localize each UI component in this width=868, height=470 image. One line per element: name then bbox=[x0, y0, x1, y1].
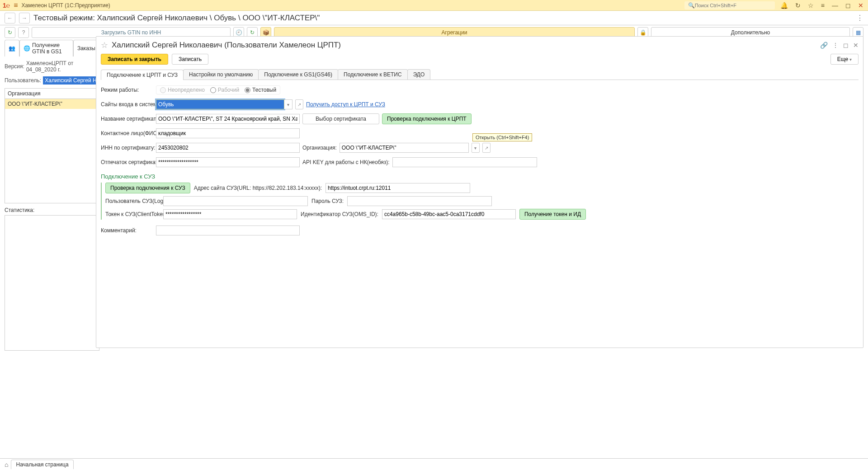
suz-url-label: Адрес сайта СУЗ(URL: https://82.202.183.… bbox=[194, 185, 322, 191]
sites-input[interactable] bbox=[156, 99, 284, 109]
app-title: Хамелеон ЦРПТ (1С:Предприятие) bbox=[22, 2, 110, 9]
star-icon[interactable]: ☆ bbox=[806, 2, 816, 9]
thumb-input[interactable] bbox=[156, 157, 300, 167]
breadcrumb: Тестовый режим: Халипский Сергей Николае… bbox=[33, 14, 320, 23]
sites-dropdown-icon[interactable]: ▾ bbox=[284, 99, 292, 109]
suz-url-input[interactable] bbox=[326, 183, 470, 193]
crumb-menu-icon[interactable]: ⋮ bbox=[856, 14, 863, 22]
globe-icon: 🌐 bbox=[24, 45, 30, 52]
form-tabs: Подключение к ЦРПТ и СУЗ Настройки по ум… bbox=[101, 69, 859, 80]
cert-name-input[interactable] bbox=[156, 114, 300, 124]
suz-omsid-label: Идентификатор СУЗ(OMS_ID): bbox=[301, 211, 378, 217]
card-maximize-icon[interactable]: ◻ bbox=[843, 42, 849, 49]
logo-1c: 1℮ bbox=[3, 2, 10, 9]
version-value: ХамелеонЦРПТ от 04_08_2020 г. bbox=[26, 60, 99, 73]
contact-label: Контактное лицо(ФИО): bbox=[101, 130, 153, 136]
org-dropdown-icon[interactable]: ▾ bbox=[472, 143, 480, 153]
suz-login-label: Пользователь СУЗ(Login): bbox=[105, 198, 160, 204]
mode-radio-group: Неопределено Рабочий Тестовый bbox=[156, 85, 280, 94]
card-close-icon[interactable]: ✕ bbox=[853, 42, 859, 49]
maximize-icon[interactable]: ◻ bbox=[844, 2, 853, 9]
breadcrumb-bar: ← → Тестовый режим: Халипский Сергей Ник… bbox=[0, 11, 868, 25]
contact-input[interactable] bbox=[156, 128, 300, 138]
history-icon[interactable]: ↻ bbox=[793, 2, 802, 9]
check-suz-button[interactable]: Проверка подключения к СУЗ bbox=[105, 183, 190, 193]
check-crpt-button[interactable]: Проверка подключения к ЦРПТ bbox=[382, 113, 472, 124]
left-panel: 👥 🌐Получение GTIN в GS1 Заказы Версия: Х… bbox=[5, 40, 99, 443]
global-search[interactable]: 🔍 bbox=[684, 1, 775, 9]
suz-token-input[interactable] bbox=[163, 209, 297, 219]
search-input[interactable] bbox=[695, 3, 771, 8]
org-table-row[interactable]: ООО \"ИТ-КЛАСТЕР\" bbox=[5, 99, 99, 109]
tooltip: Открыть (Ctrl+Shift+F4) bbox=[472, 133, 532, 141]
tab-gs1[interactable]: Подключение к GS1(GS46) bbox=[258, 69, 338, 80]
more-button[interactable]: Еще bbox=[830, 54, 859, 65]
org-label: Организация: bbox=[302, 145, 337, 151]
suz-pass-label: Пароль СУЗ: bbox=[311, 198, 344, 204]
stat-box bbox=[5, 215, 99, 351]
close-icon[interactable]: ✕ bbox=[856, 2, 865, 9]
suz-login-input[interactable] bbox=[163, 196, 308, 206]
inn-input[interactable] bbox=[156, 143, 300, 153]
org-input[interactable] bbox=[340, 143, 469, 153]
mode-work[interactable]: Рабочий bbox=[210, 87, 239, 93]
user-value[interactable]: Халипский Сергей Николае bbox=[43, 76, 99, 85]
mode-undefined[interactable]: Неопределено bbox=[160, 87, 205, 93]
tab-defaults[interactable]: Настройки по умолчанию bbox=[183, 69, 259, 80]
org-table: Организация ООО \"ИТ-КЛАСТЕР\" bbox=[5, 88, 99, 203]
apikey-label: API KEY для работы с НК(необяз): bbox=[302, 159, 390, 165]
favorite-star-icon[interactable]: ☆ bbox=[101, 40, 108, 50]
inn-label: ИНН по сертификату: bbox=[101, 145, 153, 151]
card-menu-icon[interactable]: ⋮ bbox=[832, 42, 839, 49]
left-tab-people[interactable]: 👥 bbox=[5, 40, 19, 56]
hamburger-icon[interactable]: ≡ bbox=[14, 1, 18, 9]
suz-omsid-input[interactable] bbox=[382, 209, 516, 219]
titlebar: 1℮ ≡ Хамелеон ЦРПТ (1С:Предприятие) 🔍 🔔 … bbox=[0, 0, 868, 11]
sites-open-button[interactable]: ↗ bbox=[295, 99, 303, 109]
save-button[interactable]: Записать bbox=[172, 54, 208, 65]
version-label: Версия: bbox=[5, 63, 24, 70]
comment-label: Комментарий: bbox=[101, 227, 153, 234]
mode-test[interactable]: Тестовый bbox=[245, 87, 276, 93]
org-table-head[interactable]: Организация bbox=[5, 89, 99, 99]
nav-back-button[interactable]: ← bbox=[5, 13, 15, 24]
stat-label: Статистика: bbox=[5, 207, 34, 213]
cert-name-label: Название сертификата: bbox=[101, 116, 153, 122]
sites-label: Сайты входа в систему: bbox=[101, 101, 153, 108]
choose-cert-button[interactable]: Выбор сертификата bbox=[302, 113, 379, 124]
link-icon[interactable]: 🔗 bbox=[820, 42, 828, 49]
left-tab-gtin-label: Получение GTIN в GS1 bbox=[32, 42, 69, 55]
refresh-button[interactable]: ↻ bbox=[5, 27, 15, 38]
org-open-button[interactable]: ↗ bbox=[482, 143, 491, 153]
mode-label: Режим работы: bbox=[101, 87, 153, 93]
access-link[interactable]: Получить доступ к ЦРПТ и СУЗ bbox=[306, 101, 385, 108]
apikey-input[interactable] bbox=[392, 157, 537, 167]
sites-combo[interactable]: ▾ bbox=[156, 99, 292, 109]
tab-edo[interactable]: ЭДО bbox=[407, 69, 431, 80]
bell-icon[interactable]: 🔔 bbox=[778, 2, 790, 9]
tab-vetis[interactable]: Подключение к ВЕТИС bbox=[338, 69, 408, 80]
user-form-card: ☆ Халипский Сергей Николаевич (Пользоват… bbox=[96, 36, 863, 348]
suz-pass-input[interactable] bbox=[347, 196, 492, 206]
suz-token-label: Токен к СУЗ(ClientToken): bbox=[105, 211, 160, 217]
save-close-button[interactable]: Записать и закрыть bbox=[101, 54, 168, 65]
thumb-label: Отпечаток сертификата: bbox=[101, 159, 153, 165]
comment-input[interactable] bbox=[156, 226, 300, 235]
nav-forward-button[interactable]: → bbox=[19, 13, 30, 24]
user-label: Пользователь: bbox=[5, 77, 41, 84]
suz-section-title: Подключение к СУЗ bbox=[101, 173, 859, 180]
search-icon: 🔍 bbox=[688, 2, 695, 9]
tab-crpt-suz[interactable]: Подключение к ЦРПТ и СУЗ bbox=[101, 70, 184, 80]
people-icon: 👥 bbox=[9, 45, 15, 52]
left-tab-gtin[interactable]: 🌐Получение GTIN в GS1 bbox=[19, 40, 73, 56]
get-token-button[interactable]: Получение токен и ИД bbox=[519, 209, 586, 220]
card-title: Халипский Сергей Николаевич (Пользовател… bbox=[112, 41, 341, 50]
settings-icon[interactable]: ≡ bbox=[819, 2, 826, 9]
help-button[interactable]: ? bbox=[18, 27, 29, 38]
minimize-icon[interactable]: — bbox=[830, 2, 840, 9]
